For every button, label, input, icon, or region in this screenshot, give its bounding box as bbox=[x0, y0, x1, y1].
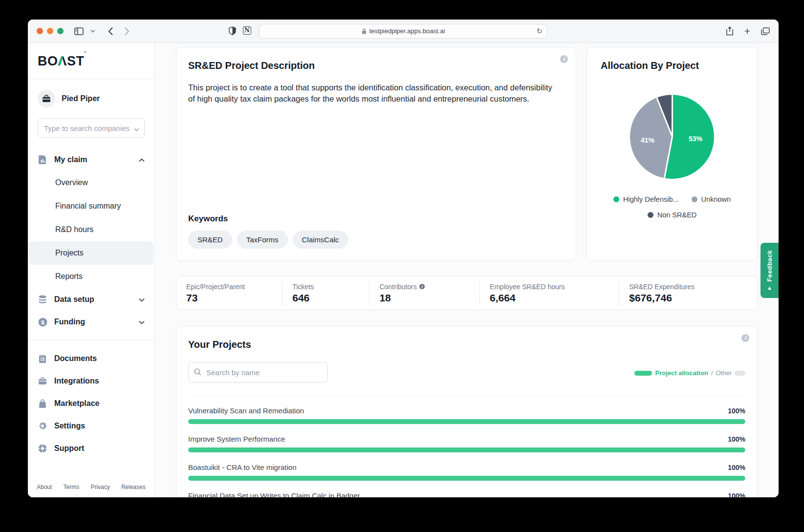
other-legend-label: Other bbox=[716, 369, 732, 377]
url-text: testpiedpiper.apps.boast.ai bbox=[369, 27, 445, 35]
legend-dot bbox=[613, 196, 619, 202]
projects-title: Your Projects bbox=[188, 339, 745, 350]
legend-dot bbox=[692, 196, 697, 202]
stat-value: $676,746 bbox=[629, 292, 747, 304]
sidebar-item-my-claim[interactable]: My claim bbox=[28, 149, 154, 171]
address-bar[interactable]: testpiedpiper.apps.boast.ai ↻ bbox=[259, 24, 547, 39]
stat-label: Epic/Project/Parent bbox=[186, 283, 272, 291]
sidebar-item-settings[interactable]: Settings bbox=[28, 415, 154, 437]
stat-cell: Epic/Project/Parent73 bbox=[176, 281, 282, 305]
browser-toolbar: N testpiedpiper.apps.boast.ai ↻ + bbox=[28, 20, 779, 43]
sidebar-item-label: Integrations bbox=[54, 377, 99, 385]
sidebar-toggle-icon[interactable] bbox=[74, 27, 84, 35]
stat-cell: Tickets646 bbox=[282, 281, 369, 305]
sidebar-item-marketplace[interactable]: Marketplace bbox=[28, 392, 154, 415]
window-controls bbox=[37, 28, 64, 34]
sidebar-subitem-overview[interactable]: Overview bbox=[29, 171, 153, 194]
legend-item[interactable]: Unknown bbox=[692, 195, 731, 203]
clipboard-icon bbox=[38, 354, 47, 363]
feedback-button[interactable]: Feedback ▲ bbox=[761, 243, 779, 298]
sidebar-item-documents[interactable]: Documents bbox=[28, 347, 154, 370]
keyword-chip[interactable]: TaxForms bbox=[237, 231, 288, 249]
project-row[interactable]: Improve System Performance100% bbox=[188, 435, 745, 452]
legend-item[interactable]: Highly Defensib... bbox=[613, 195, 679, 203]
keyword-chips: SR&EDTaxFormsClaimsCalc bbox=[188, 231, 564, 249]
boast-logo: BOΛΛST° bbox=[28, 54, 154, 69]
legend-label: Unknown bbox=[701, 195, 731, 203]
back-button[interactable] bbox=[108, 27, 113, 36]
sidebar-subitem-projects[interactable]: Projects bbox=[29, 241, 153, 265]
project-percent: 100% bbox=[728, 464, 745, 471]
lock-icon bbox=[362, 28, 367, 34]
stat-value: 6,664 bbox=[490, 292, 609, 304]
chevron-down-icon bbox=[134, 125, 139, 133]
footer-link-about[interactable]: About bbox=[37, 484, 52, 490]
footer-link-releases[interactable]: Releases bbox=[121, 484, 146, 490]
allocation-bar bbox=[188, 419, 745, 424]
info-icon[interactable]: i bbox=[560, 55, 568, 63]
sidebar-subitem-reports[interactable]: Reports bbox=[29, 265, 153, 288]
briefcase-icon bbox=[38, 90, 55, 107]
stats-card: Epic/Project/Parent73Tickets646Contribut… bbox=[176, 276, 758, 310]
footer-link-terms[interactable]: Terms bbox=[64, 484, 80, 490]
allocation-legend-label: Project allocation bbox=[655, 369, 708, 377]
toolbox-icon bbox=[38, 377, 47, 385]
project-percent: 100% bbox=[728, 492, 745, 497]
share-icon[interactable] bbox=[726, 26, 734, 36]
legend-label: Non SR&ED bbox=[657, 211, 697, 219]
forward-button[interactable] bbox=[124, 27, 130, 36]
sidebar-item-integrations[interactable]: Integrations bbox=[28, 370, 154, 392]
allocation-bar-track bbox=[188, 447, 745, 452]
stat-label: Contributorsi bbox=[379, 283, 470, 291]
project-name: Improve System Performance bbox=[188, 435, 285, 443]
zoom-window-button[interactable] bbox=[57, 28, 64, 34]
chevron-down-icon[interactable] bbox=[90, 29, 95, 33]
sidebar-item-label: Documents bbox=[54, 354, 97, 363]
project-row[interactable]: Boastuikit - CRA to Vite migration100% bbox=[188, 463, 745, 481]
minimize-window-button[interactable] bbox=[47, 28, 53, 34]
feedback-arrow-icon: ▲ bbox=[767, 285, 772, 291]
stat-cell: Contributorsi18 bbox=[369, 281, 479, 305]
legend-item[interactable]: Non SR&ED bbox=[648, 211, 697, 219]
desktop-background: N testpiedpiper.apps.boast.ai ↻ + bbox=[0, 0, 804, 532]
keyword-chip[interactable]: SR&ED bbox=[188, 231, 232, 249]
footer-link-privacy[interactable]: Privacy bbox=[90, 484, 109, 490]
sidebar-item-label: Marketplace bbox=[54, 399, 100, 408]
tab-overview-icon[interactable] bbox=[761, 27, 770, 35]
project-name: Vulnerability Scan and Remediation bbox=[188, 406, 304, 415]
sidebar-item-support[interactable]: Support bbox=[28, 437, 154, 460]
bar-legend: Project allocation / Other bbox=[634, 369, 745, 383]
sidebar-subitem-r-d-hours[interactable]: R&D hours bbox=[29, 218, 153, 241]
project-search-input[interactable] bbox=[188, 362, 328, 383]
sidebar-subitem-financial-summary[interactable]: Financial summary bbox=[29, 194, 153, 218]
company-switcher[interactable]: Pied Piper bbox=[28, 88, 154, 109]
keyword-chip[interactable]: ClaimsCalc bbox=[293, 231, 348, 249]
info-icon[interactable]: i bbox=[741, 334, 749, 342]
divider bbox=[28, 79, 154, 79]
sidebar-item-funding[interactable]: $ Funding bbox=[28, 311, 154, 333]
keywords-title: Keywords bbox=[188, 214, 564, 224]
allocation-bar-track bbox=[188, 419, 745, 424]
shield-extension-icon[interactable] bbox=[229, 26, 236, 35]
browser-window: N testpiedpiper.apps.boast.ai ↻ + bbox=[28, 20, 779, 497]
stat-value: 646 bbox=[292, 292, 359, 304]
company-search-input[interactable] bbox=[38, 118, 145, 138]
allocation-bar bbox=[188, 447, 745, 452]
other-pill bbox=[735, 371, 745, 376]
allocation-pill bbox=[634, 371, 652, 376]
project-row[interactable]: Vulnerability Scan and Remediation100% bbox=[188, 406, 745, 424]
legend-separator: / bbox=[711, 369, 713, 377]
sidebar-item-label: Data setup bbox=[54, 295, 94, 304]
project-row[interactable]: Financial Data Set up Writes to Claim Ca… bbox=[188, 491, 745, 497]
reload-icon[interactable]: ↻ bbox=[536, 27, 543, 36]
close-window-button[interactable] bbox=[37, 28, 43, 34]
notion-extension-icon[interactable]: N bbox=[243, 26, 251, 35]
sidebar-item-label: My claim bbox=[54, 155, 87, 164]
allocation-pie-chart[interactable]: 53% 41% bbox=[630, 95, 714, 179]
allocation-bar-track bbox=[188, 476, 745, 481]
divider bbox=[28, 340, 154, 340]
info-icon[interactable]: i bbox=[419, 284, 425, 289]
new-tab-button[interactable]: + bbox=[744, 27, 750, 35]
stat-value: 18 bbox=[379, 292, 470, 304]
sidebar-item-data-setup[interactable]: Data setup bbox=[28, 288, 154, 311]
